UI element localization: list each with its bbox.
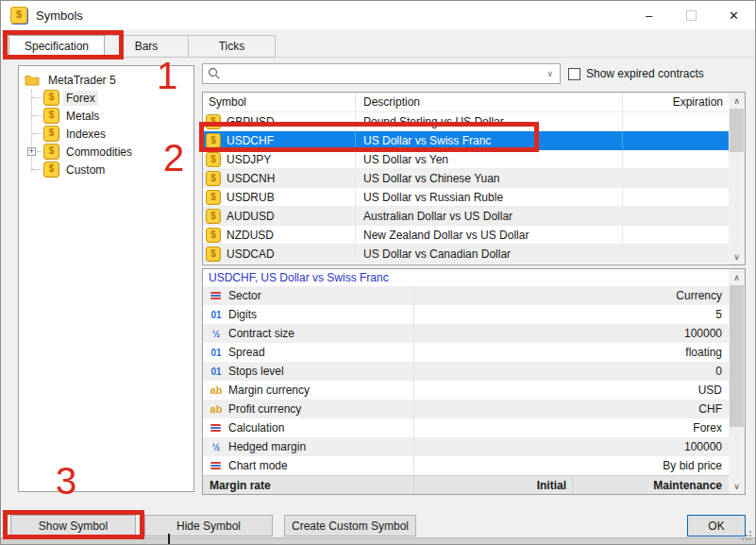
maximize-icon: [686, 10, 697, 21]
ok-button[interactable]: OK: [687, 515, 746, 536]
spec-value: 100000: [414, 440, 729, 453]
spec-row-digits[interactable]: 01Digits 5: [203, 305, 745, 324]
tree-item-label: Indexes: [63, 127, 109, 142]
spec-value: 100000: [414, 327, 729, 340]
scroll-up-icon[interactable]: ∧: [729, 93, 745, 109]
symbol-name: GBPUSD: [227, 115, 275, 128]
scroll-up-icon[interactable]: ∧: [729, 269, 745, 285]
table-row[interactable]: $GBPUSD Pound Sterling vs US Dollar: [203, 112, 729, 131]
table-row[interactable]: $USDJPY US Dollar vs Yen: [203, 150, 729, 169]
sidebar-item-forex[interactable]: $ Forex: [19, 89, 193, 107]
maximize-button[interactable]: [670, 1, 713, 29]
spec-value: Forex: [414, 421, 729, 434]
sidebar-item-custom[interactable]: $ Custom: [19, 161, 193, 179]
scroll-down-icon[interactable]: ∨: [729, 248, 745, 264]
tree-root-metatrader5[interactable]: MetaTrader 5: [19, 71, 193, 89]
symbols-dialog: $ Symbols – ✕ Specification Bars Ticks M…: [0, 0, 756, 545]
margin-rate-header-row: Margin rate Initial Maintenance: [203, 475, 745, 494]
tree-root-label: MetaTrader 5: [45, 73, 119, 88]
table-header: Symbol Description Expiration: [203, 93, 729, 112]
spec-row-calculation[interactable]: Calculation Forex: [203, 418, 745, 437]
symbol-description: US Dollar vs Russian Ruble: [356, 188, 623, 206]
column-header-description[interactable]: Description: [356, 93, 623, 111]
close-button[interactable]: ✕: [713, 1, 755, 29]
spec-scrollbar[interactable]: ∧ ∨: [729, 269, 745, 494]
sidebar-item-commodities[interactable]: + $ Commodities: [19, 143, 193, 161]
spec-row-chart-mode[interactable]: Chart mode By bid price: [203, 456, 745, 475]
spec-row-stops-level[interactable]: 01Stops level 0: [203, 362, 745, 381]
sidebar-item-metals[interactable]: $ Metals: [19, 107, 193, 125]
symbol-expiration: [623, 226, 729, 244]
spec-row-contract-size[interactable]: ½Contract size 100000: [203, 324, 745, 343]
symbol-name: USDCNH: [227, 172, 275, 185]
table-row[interactable]: $USDCNH US Dollar vs Chinese Yuan: [203, 169, 729, 188]
spec-value: 0: [414, 365, 729, 378]
expand-plus-icon[interactable]: +: [27, 147, 36, 156]
symbol-expiration: [623, 245, 729, 263]
folder-icon: [25, 74, 40, 86]
scrollbar-thumb[interactable]: [730, 109, 744, 152]
table-row-selected[interactable]: $USDCHF US Dollar vs Swiss Franc: [203, 131, 729, 150]
spec-row-sector[interactable]: Sector Currency: [203, 286, 745, 305]
minimize-button[interactable]: –: [628, 1, 670, 29]
dollar-coin-icon: $: [206, 228, 221, 243]
hide-symbol-button[interactable]: Hide Symbol: [144, 515, 273, 536]
tab-specification[interactable]: Specification: [8, 35, 105, 58]
tree-item-label: Commodities: [63, 145, 135, 160]
column-header-expiration[interactable]: Expiration: [623, 93, 729, 111]
scrollbar-thumb[interactable]: [730, 285, 744, 427]
table-row[interactable]: $USDCAD US Dollar vs Canadian Dollar: [203, 245, 729, 264]
symbol-description: New Zealand Dollar vs US Dollar: [356, 226, 623, 244]
dollar-coin-icon: $: [206, 190, 221, 205]
create-custom-symbol-button[interactable]: Create Custom Symbol: [284, 515, 416, 536]
digits-icon: 01: [208, 366, 225, 377]
custom-dollar-coin-icon: $: [43, 162, 59, 178]
dollar-coin-icon: $: [206, 171, 221, 186]
table-row[interactable]: $NZDUSD New Zealand Dollar vs US Dollar: [203, 226, 729, 245]
symbol-name: USDCHF: [227, 134, 274, 147]
tab-bars[interactable]: Bars: [104, 35, 189, 58]
tree-item-label: Forex: [63, 91, 98, 106]
letters-icon: ab: [208, 384, 225, 396]
spec-label: Sector: [228, 289, 261, 302]
table-row[interactable]: $USDRUB US Dollar vs Russian Ruble: [203, 188, 729, 207]
maintenance-column-label: Maintenance: [573, 479, 729, 492]
dollar-coin-icon: $: [43, 144, 59, 160]
show-symbol-button[interactable]: Show Symbol: [10, 515, 136, 536]
column-header-symbol[interactable]: Symbol: [203, 93, 356, 111]
symbol-expiration: [623, 188, 729, 206]
dollar-coin-icon: $: [43, 126, 59, 142]
scroll-down-icon[interactable]: ∨: [729, 478, 745, 494]
spec-label: Chart mode: [228, 459, 288, 472]
margin-rate-label: Margin rate: [203, 476, 414, 494]
app-dollar-icon: $: [10, 7, 27, 24]
dollar-coin-icon: $: [206, 247, 221, 262]
spec-row-margin-currency[interactable]: abMargin currency USD: [203, 381, 745, 400]
dollar-coin-icon: $: [206, 114, 221, 129]
dropdown-chevron-icon[interactable]: ∨: [546, 69, 553, 78]
digits-icon: 01: [208, 310, 225, 320]
table-scrollbar[interactable]: ∧ ∨: [729, 93, 745, 264]
symbol-description: US Dollar vs Swiss Franc: [356, 131, 623, 149]
sidebar-item-indexes[interactable]: $ Indexes: [19, 125, 193, 143]
table-row[interactable]: $AUDUSD Australian Dollar vs US Dollar: [203, 207, 729, 226]
search-input[interactable]: [221, 64, 546, 83]
spec-row-spread[interactable]: 01Spread floating: [203, 343, 745, 362]
spec-value: USD: [414, 383, 729, 397]
window-title: Symbols: [36, 9, 83, 23]
spec-row-profit-currency[interactable]: abProfit currency CHF: [203, 400, 745, 418]
spec-row-hedged-margin[interactable]: ½Hedged margin 100000: [203, 437, 745, 456]
search-icon: [208, 67, 221, 80]
spec-label: Contract size: [228, 327, 294, 340]
dollar-coin-icon: $: [43, 90, 59, 106]
checkbox[interactable]: [568, 68, 580, 80]
show-expired-contracts[interactable]: Show expired contracts: [568, 67, 704, 80]
tab-ticks[interactable]: Ticks: [188, 35, 276, 58]
spec-value: Currency: [414, 289, 729, 302]
spec-value: CHF: [414, 402, 729, 416]
titlebar[interactable]: $ Symbols – ✕: [1, 1, 755, 29]
resize-grip[interactable]: [741, 531, 752, 542]
checkbox-label: Show expired contracts: [586, 67, 704, 80]
symbol-description: US Dollar vs Chinese Yuan: [356, 169, 623, 187]
list-icon: [210, 462, 221, 469]
